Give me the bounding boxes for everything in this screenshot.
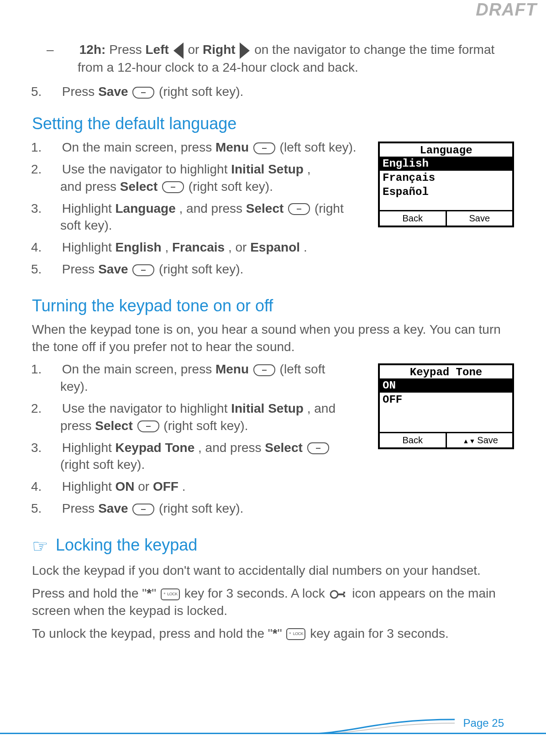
step-number: 3. <box>46 200 58 217</box>
text: , and press <box>198 441 265 455</box>
label-language: Language <box>116 201 176 215</box>
screen-back: Back <box>380 433 447 447</box>
step-number: 2. <box>46 161 58 178</box>
softkey-icon <box>288 203 310 215</box>
label-save: Save <box>98 84 128 99</box>
softkey-icon <box>307 442 329 454</box>
step-number: 1. <box>46 139 58 156</box>
label-select: Select <box>120 179 158 194</box>
text: Press <box>62 501 98 515</box>
label-initial-setup: Initial Setup <box>231 401 304 415</box>
text: Highlight <box>62 479 116 493</box>
text-or: or <box>188 42 203 57</box>
star-char: * <box>147 586 152 600</box>
text: (right soft key). <box>189 179 273 194</box>
text: Highlight <box>62 441 116 455</box>
star-key-icon <box>161 588 180 600</box>
dash: – <box>62 41 76 58</box>
text: Highlight <box>62 240 116 254</box>
heading-locking-keypad: ☞ Locking the keypad <box>32 536 514 556</box>
text: (left soft key). <box>280 140 357 154</box>
step-2: 2. Use the navigator to highlight Initia… <box>46 400 343 435</box>
step-5: 5. Press Save (right soft key). <box>46 261 514 278</box>
text: Press and hold the " <box>32 586 147 600</box>
softkey-icon <box>132 504 154 515</box>
text: , <box>165 240 172 254</box>
step-12h: – 12h: Press Left or Right on the naviga… <box>32 41 514 76</box>
label-left: Left <box>146 42 169 57</box>
text: Use the navigator to highlight <box>62 162 231 176</box>
softkey-icon <box>137 420 159 432</box>
text: On the main screen, press <box>62 140 215 154</box>
label-select: Select <box>95 419 133 433</box>
step-2: 2. Use the navigator to highlight Initia… <box>46 161 334 195</box>
step-number: 4. <box>46 239 58 256</box>
screen-row: Español <box>380 185 512 199</box>
lock-para-2: Press and hold the "*" key for 3 seconds… <box>32 585 514 620</box>
text: or <box>138 479 153 493</box>
step-4: 4. Highlight ON or OFF . <box>46 478 514 495</box>
label-initial-setup: Initial Setup <box>231 162 304 176</box>
text: (right soft key). <box>159 501 243 515</box>
screen-language: Language English Français Español Back S… <box>378 142 514 227</box>
screen-row-selected: English <box>380 157 512 171</box>
step-5: 5. Press Save (right soft key). <box>46 83 514 100</box>
label-menu: Menu <box>215 140 249 154</box>
screen-back: Back <box>380 211 447 226</box>
star-key-icon <box>286 628 305 640</box>
text: (right soft key). <box>159 84 243 99</box>
text: key for 3 seconds. A lock <box>184 586 329 600</box>
label-espanol: Espanol <box>250 240 300 254</box>
step-5: 5. Press Save (right soft key). <box>46 500 514 517</box>
intro-keypad-tone: When the keypad tone is on, you hear a s… <box>32 321 514 356</box>
step-number: 1. <box>46 361 58 378</box>
heading-keypad-tone: Turning the keypad tone on or off <box>32 296 514 315</box>
screen-row: OFF <box>380 393 512 407</box>
label-francais: Francais <box>172 240 225 254</box>
pointing-hand-icon: ☞ <box>32 536 48 556</box>
screen-title: Language <box>380 143 512 157</box>
star-char: * <box>273 626 278 640</box>
text: . <box>182 479 186 493</box>
lock-para-3: To unlock the keypad, press and hold the… <box>32 625 514 642</box>
text: , or <box>228 240 250 254</box>
lock-para-1: Lock the keypad if you don't want to acc… <box>32 562 514 579</box>
text: Press <box>62 84 98 99</box>
softkey-icon <box>253 364 275 376</box>
text: (right soft key). <box>159 262 243 276</box>
text: To unlock the keypad, press and hold the… <box>32 626 273 640</box>
label-on: ON <box>116 479 135 493</box>
svg-point-0 <box>331 591 338 598</box>
heading-language: Setting the default language <box>32 114 514 133</box>
text: Highlight <box>62 201 116 215</box>
screen-keypad-tone: Keypad Tone ON OFF Back ▲▼Save <box>378 363 514 449</box>
text: , and press <box>179 201 246 215</box>
footer-line <box>0 733 546 734</box>
screen-row-selected: ON <box>380 378 512 393</box>
text: (right soft key). <box>60 457 145 472</box>
softkey-icon <box>132 87 154 99</box>
screen-save: ▲▼Save <box>447 433 513 447</box>
step-number: 5. <box>46 500 58 517</box>
page-number: Page 25 <box>458 717 509 730</box>
label-12h: 12h: <box>79 42 106 57</box>
page-footer: Page 25 <box>0 715 546 742</box>
draft-watermark: DRAFT <box>476 0 537 20</box>
step-1: 1. On the main screen, press Menu (left … <box>46 361 334 395</box>
step-number: 3. <box>46 439 58 457</box>
arrows-icon: ▲▼ <box>461 437 478 445</box>
label-save: Save <box>98 501 128 515</box>
svg-rect-3 <box>343 595 345 597</box>
screen-save: Save <box>447 211 513 226</box>
label-menu: Menu <box>215 362 249 376</box>
svg-rect-2 <box>343 592 345 593</box>
text: key again for 3 seconds. <box>310 626 449 640</box>
label-keypad-tone: Keypad Tone <box>116 441 195 455</box>
text: Use the navigator to highlight <box>62 401 231 415</box>
label-save: Save <box>98 262 128 276</box>
step-number: 2. <box>46 400 58 417</box>
heading-text: Locking the keypad <box>56 536 197 554</box>
softkey-icon <box>162 181 184 193</box>
softkey-icon <box>132 264 154 276</box>
softkey-icon <box>253 142 275 154</box>
